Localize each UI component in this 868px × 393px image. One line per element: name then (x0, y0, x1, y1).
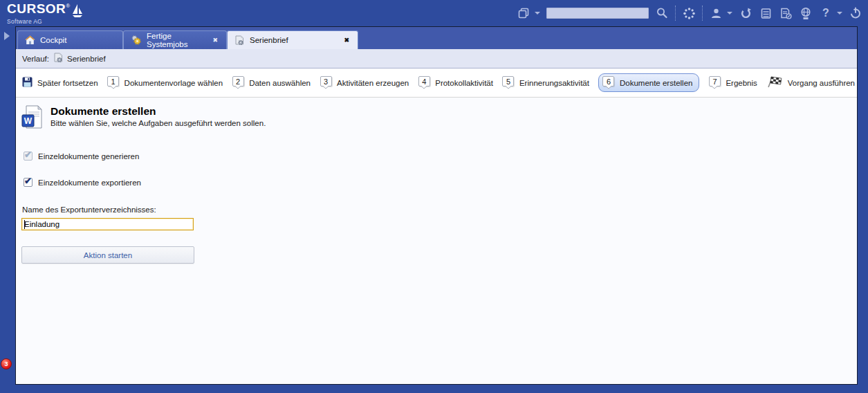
save-later-button[interactable]: Später fortsetzen (22, 77, 98, 89)
window-frame: Cockpit Fertige Systemjobs ✖ (0, 26, 868, 393)
export-directory-value: Einladung (24, 220, 59, 228)
step-label: Ergebnis (726, 79, 757, 87)
server-icon[interactable] (759, 6, 773, 21)
step-number-marker: 6 (602, 76, 615, 89)
home-icon (25, 35, 35, 45)
wizard-step-5[interactable]: 5 Erinnerungsaktivität (502, 76, 589, 89)
page-title: Dokumente erstellen (50, 105, 266, 118)
wizard-step-1[interactable]: 1 Dokumentenvorlage wählen (107, 76, 223, 89)
svg-text:W: W (24, 116, 33, 126)
refresh-icon[interactable] (739, 6, 752, 21)
help-icon[interactable]: ? (819, 6, 833, 21)
tab-close-icon[interactable]: ✖ (211, 37, 219, 44)
tab-fertige-systemjobs[interactable]: Fertige Systemjobs ✖ (123, 30, 227, 49)
header-separator (675, 6, 676, 21)
generate-documents-checkbox: ✔ (24, 152, 33, 161)
spinner-icon (682, 6, 696, 21)
header-separator (702, 6, 703, 21)
tab-label: Fertige Systemjobs (147, 32, 206, 48)
windows-caret-icon[interactable] (535, 12, 540, 15)
breadcrumb-label: Verlauf: (22, 55, 49, 63)
word-document-icon: W (21, 105, 44, 131)
floppy-disk-icon (22, 77, 33, 89)
step-label: Dokumente erstellen (620, 79, 692, 87)
document-gear-icon (53, 53, 64, 64)
generate-documents-label: Einzeldokumente generieren (38, 152, 139, 161)
checkbox-row-generate: ✔ Einzeldokumente generieren (24, 152, 851, 161)
wizard-step-3[interactable]: 3 Aktivitäten erzeugen (320, 76, 409, 89)
page-subtitle: Bitte wählen Sie, welche Aufgaben ausgef… (50, 119, 266, 127)
wizard-content: W Dokumente erstellen Bitte wählen Sie, … (16, 98, 857, 384)
save-later-label: Später fortsetzen (37, 79, 98, 87)
step-number-marker: 2 (232, 76, 244, 89)
wizard-step-6-active[interactable]: 6 Dokumente erstellen (598, 73, 699, 92)
application-window: CURSOR ® Software AG (0, 0, 868, 393)
tab-label: Serienbrief (250, 36, 338, 44)
app-header: CURSOR ® Software AG (0, 0, 868, 26)
step-label: Erinnerungsaktivität (519, 79, 589, 87)
checkmark-icon: ✔ (24, 152, 32, 158)
wizard-toolbar: Später fortsetzen 1 Dokumentenvorlage wä… (16, 68, 857, 98)
brand-name: CURSOR (7, 2, 66, 15)
export-directory-label: Name des Exportunterverzeichnisses: (22, 205, 851, 214)
breadcrumb-bar: Verlauf: Serienbrief (16, 49, 857, 68)
start-action-button[interactable]: Aktion starten (21, 246, 194, 264)
globe-user-icon[interactable] (799, 6, 813, 21)
gears-icon (131, 35, 142, 46)
export-documents-checkbox[interactable]: ✔ (24, 178, 33, 187)
step-number-marker: 7 (708, 76, 721, 89)
help-caret-icon[interactable] (837, 12, 842, 15)
breadcrumb-item[interactable]: Serienbrief (53, 53, 106, 64)
notification-badge[interactable]: 3 (1, 358, 12, 369)
step-label: Daten auswählen (249, 79, 311, 87)
sailboat-icon (71, 3, 84, 19)
export-documents-label: Einzeldokumente exportieren (38, 179, 141, 187)
step-number-marker: 4 (418, 76, 430, 89)
checkmark-icon: ✔ (24, 178, 32, 185)
tab-label: Cockpit (40, 36, 116, 44)
user-icon[interactable] (709, 6, 723, 21)
global-search-input[interactable] (546, 8, 649, 19)
step-label: Dokumentenvorlage wählen (124, 79, 223, 87)
wizard-step-2[interactable]: 2 Daten auswählen (232, 76, 311, 89)
step-number-marker: 1 (107, 76, 120, 89)
brand-subtitle: Software AG (7, 18, 84, 25)
execute-process-label: Vorgang ausführen (788, 79, 855, 87)
export-directory-input[interactable]: Einladung (21, 218, 194, 230)
wizard-step-7[interactable]: 7 Ergebnis (708, 76, 757, 89)
document-gear-icon (234, 35, 245, 46)
document-edit-icon[interactable] (779, 6, 793, 21)
step-number-marker: 3 (320, 76, 332, 89)
sidebar-expander-icon[interactable] (4, 32, 10, 40)
tab-close-icon[interactable]: ✖ (342, 37, 351, 44)
app-logo: CURSOR ® Software AG (7, 2, 84, 25)
execute-process-button[interactable]: Vorgang ausführen (766, 76, 855, 89)
main-panel: Cockpit Fertige Systemjobs ✖ (15, 26, 858, 385)
search-icon[interactable] (655, 6, 669, 21)
step-label: Protokollaktivität (435, 79, 493, 87)
wizard-step-4[interactable]: 4 Protokollaktivität (418, 76, 493, 89)
windows-icon[interactable] (517, 6, 530, 21)
tab-cockpit[interactable]: Cockpit (17, 30, 123, 49)
checkbox-row-export: ✔ Einzeldokumente exportieren (24, 178, 851, 187)
step-label: Aktivitäten erzeugen (337, 79, 409, 87)
breadcrumb-item-label: Serienbrief (67, 55, 106, 63)
power-icon[interactable] (849, 6, 862, 21)
tab-bar: Cockpit Fertige Systemjobs ✖ (16, 27, 857, 49)
step-number-marker: 5 (502, 76, 515, 89)
checkered-flag-icon (766, 76, 783, 89)
registered-mark: ® (66, 3, 70, 9)
user-caret-icon[interactable] (727, 12, 732, 15)
tab-serienbrief[interactable]: Serienbrief ✖ (227, 30, 358, 49)
